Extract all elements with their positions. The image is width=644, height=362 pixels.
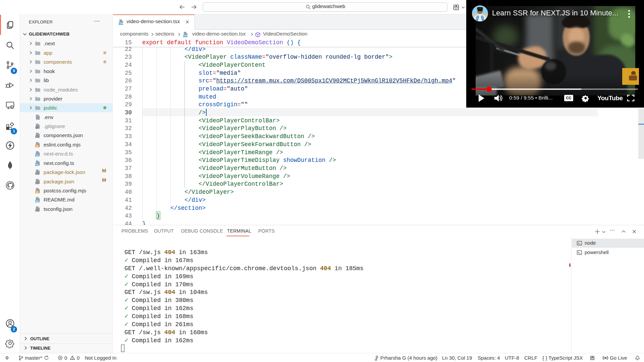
svg-text:TSX: TSX	[119, 22, 123, 24]
svg-text:TSX: TSX	[183, 35, 187, 37]
